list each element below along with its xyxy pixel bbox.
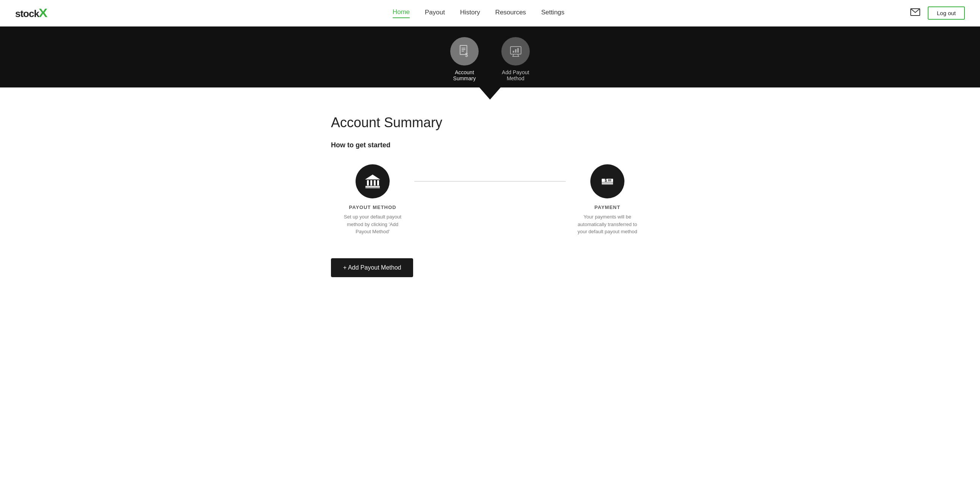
logo-text: stockX (15, 6, 46, 20)
main-nav: Home Payout History Resources Settings (393, 8, 565, 18)
main-content: Account Summary How to get started PAYOU… (320, 100, 660, 307)
svg-rect-16 (374, 180, 375, 186)
payout-method-label: PAYOUT METHOD (349, 205, 396, 210)
nav-item-settings[interactable]: Settings (541, 9, 564, 18)
step-payout-method: PAYOUT METHOD Set up your default payout… (331, 164, 414, 235)
payment-desc: Your payments will be automatically tran… (573, 213, 641, 235)
logo: stockX (15, 6, 46, 20)
how-to-title: How to get started (331, 141, 649, 149)
nav-item-resources[interactable]: Resources (495, 9, 526, 18)
payout-method-icon-circle (356, 164, 390, 199)
logo-x: X (39, 6, 47, 20)
banner: $ AccountSummary Add PayoutMethod (0, 27, 980, 87)
banner-add-payout-label: Add PayoutMethod (502, 69, 529, 87)
svg-rect-10 (513, 51, 514, 52)
svg-rect-11 (515, 49, 517, 52)
step-connector (414, 181, 566, 182)
header: stockX Home Payout History Resources Set… (0, 0, 980, 27)
add-payout-method-button[interactable]: + Add Payout Method (331, 258, 413, 277)
svg-rect-14 (367, 180, 369, 186)
logo-stock: stock (15, 8, 39, 19)
nav-item-history[interactable]: History (460, 9, 480, 18)
logout-button[interactable]: Log out (928, 6, 965, 20)
payout-method-desc: Set up your default payout method by cli… (339, 213, 407, 235)
payment-icon-circle: $ (590, 164, 624, 199)
steps-row: PAYOUT METHOD Set up your default payout… (331, 164, 649, 235)
nav-item-home[interactable]: Home (393, 8, 410, 18)
banner-account-summary-icon-circle: $ (450, 37, 479, 65)
banner-add-payout-icon-circle (501, 37, 530, 65)
svg-text:$: $ (465, 52, 468, 58)
page-title: Account Summary (331, 115, 649, 130)
step-payment: $ PAYMENT Your payments will be automati… (566, 164, 649, 235)
triangle-pointer-wrap (0, 87, 980, 100)
header-right: Log out (910, 6, 965, 20)
svg-rect-19 (366, 188, 380, 188)
svg-text:$: $ (605, 178, 607, 183)
svg-rect-18 (366, 186, 380, 187)
triangle-pointer (479, 87, 501, 100)
svg-rect-15 (370, 180, 372, 186)
svg-rect-23 (602, 179, 613, 182)
svg-marker-13 (365, 175, 380, 180)
payment-label: PAYMENT (595, 205, 620, 210)
banner-step-account-summary[interactable]: $ AccountSummary (450, 37, 479, 87)
svg-rect-17 (377, 180, 379, 186)
nav-item-payout[interactable]: Payout (425, 9, 445, 18)
banner-account-summary-label: AccountSummary (453, 69, 476, 87)
svg-rect-12 (517, 48, 519, 52)
banner-step-add-payout[interactable]: Add PayoutMethod (501, 37, 530, 87)
mail-icon[interactable] (910, 8, 920, 18)
